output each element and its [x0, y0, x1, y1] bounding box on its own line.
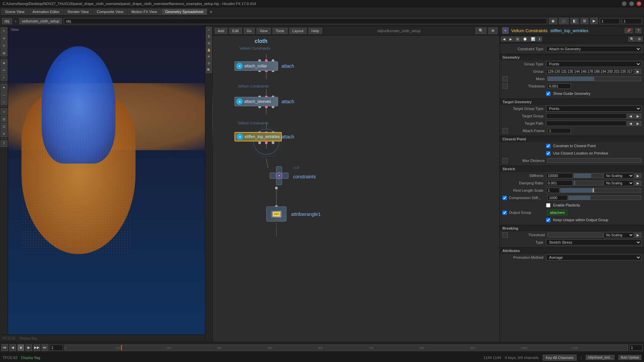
tl-next-frame-btn[interactable]: ▶▶ — [34, 344, 40, 351]
tl-rewind-btn[interactable]: ⏮ — [1, 344, 8, 351]
tab-animation-editor[interactable]: Animation Editor — [29, 9, 63, 15]
enable-plasticity-checkbox[interactable] — [546, 203, 550, 207]
node-graph-canvas[interactable]: cloth Vellum Constraints ⊕ attach_collar… — [213, 36, 499, 342]
thickness-checkbox[interactable] — [502, 83, 508, 89]
frame-input[interactable] — [600, 18, 620, 24]
thickness-input[interactable] — [547, 83, 571, 89]
snap-tool[interactable]: ◈ — [1, 59, 7, 66]
ng-zoom-btn[interactable]: ⊕ — [488, 27, 497, 34]
ng-layout-btn[interactable]: Layout — [289, 28, 307, 34]
tl-frame-input[interactable] — [50, 345, 63, 351]
ng-go-btn[interactable]: Go — [244, 28, 255, 34]
group-input[interactable] — [546, 69, 634, 74]
tab-geometry-spreadsheet[interactable]: Geometry Spreadsheet — [162, 9, 207, 15]
ng-search-btn[interactable]: 🔍 — [476, 27, 486, 34]
target-path-input[interactable] — [546, 121, 627, 126]
mass-checkbox[interactable] — [502, 76, 508, 81]
prop-pin-btn[interactable]: 📌 — [625, 28, 633, 33]
scale-tool[interactable]: ⊠ — [1, 50, 7, 56]
max-distance-slider[interactable] — [547, 158, 641, 163]
output-group-checkbox[interactable] — [502, 210, 507, 215]
key-all-channels-button[interactable]: Key All Channels — [543, 355, 577, 361]
paint-tool[interactable]: ✏ — [1, 67, 7, 73]
stiffness-expand-btn[interactable]: ▶ — [635, 173, 641, 178]
attach-collar-node[interactable]: ⊕ attach_collar — [234, 61, 278, 71]
light-tool[interactable]: ☀ — [1, 130, 7, 137]
compression-input[interactable] — [547, 195, 568, 200]
move-tool[interactable]: ✛ — [1, 35, 7, 42]
attach-sleeves-node[interactable]: ⊕ attach_sleeves — [234, 97, 278, 106]
tl-stop-btn[interactable]: ■ — [17, 344, 24, 351]
target-group-btn1[interactable]: ◀ — [627, 114, 634, 119]
frame-button[interactable]: ◉ — [549, 18, 557, 24]
compression-checkbox[interactable] — [502, 196, 507, 200]
view-orient-tool[interactable]: ⊹ — [1, 108, 7, 115]
minimize-button[interactable]: − — [622, 1, 627, 6]
target-group-btn2[interactable]: ▶ — [635, 114, 641, 119]
constraints-node[interactable]: ✦ — [270, 166, 288, 185]
mass-slider[interactable] — [547, 76, 641, 81]
vp-tool-lock[interactable]: 🔒 — [206, 47, 212, 53]
attach-frame-input[interactable] — [547, 128, 571, 133]
threshold-scaling-select[interactable]: No Scaling — [604, 232, 634, 238]
vp-tool-maximize[interactable]: ⤢ — [206, 27, 212, 33]
prop-tool-anim[interactable]: ⌚ — [521, 37, 529, 42]
threshold-slider[interactable] — [547, 233, 603, 237]
group-expand-btn[interactable]: ▶ — [635, 69, 641, 74]
enable-plasticity-label[interactable]: Enable Plasticity — [546, 203, 641, 207]
help-tool[interactable]: ? — [1, 140, 7, 147]
keep-unique-label[interactable]: Keep Unique within Output Group — [546, 218, 641, 222]
prop-tool-info[interactable]: ℹ — [537, 37, 542, 42]
use-closest-label[interactable]: Use Closest Location on Primitive — [546, 151, 641, 156]
prop-help-btn[interactable]: ? — [635, 28, 641, 33]
timeline-scrubber[interactable]: 0 120 240 360 480 600 720 840 960 1080 1… — [64, 345, 628, 351]
ng-view-btn[interactable]: View — [257, 28, 271, 34]
vp-tool-split[interactable]: ⊞ — [206, 40, 212, 46]
target-group-input[interactable] — [546, 113, 627, 119]
vp-tool-settings[interactable]: ⚙ — [206, 60, 212, 66]
tab-scene-view[interactable]: Scene View — [1, 9, 28, 15]
prop-tool-gear[interactable]: ⚙ — [636, 37, 643, 42]
tab-motion-fx-view[interactable]: Motion FX View — [128, 9, 161, 15]
target-path-btn1[interactable]: ◀ — [627, 121, 634, 126]
status-path-btn[interactable]: /obj/shawl_test... — [586, 355, 614, 360]
vp-tool-flip[interactable]: ⇅ — [206, 34, 212, 40]
vellumsim-button[interactable]: vellumsim_cloth_setup — [19, 18, 61, 24]
compression-slider[interactable] — [568, 195, 641, 200]
vp-tool-eye[interactable]: 👁 — [206, 54, 212, 60]
prop-tool-params[interactable]: ⊞ — [515, 37, 521, 42]
ng-help-btn[interactable]: Help — [309, 28, 322, 34]
close-button[interactable]: ✕ — [637, 1, 641, 6]
prop-tool-search[interactable]: 🔍 — [628, 37, 636, 42]
tab-render-view[interactable]: Render View — [64, 9, 93, 15]
perspective-button[interactable]: ⊞ — [581, 18, 588, 24]
damping-scaling-select[interactable]: No Scaling — [604, 180, 634, 186]
tab-composite-view[interactable]: Composite View — [93, 9, 127, 15]
constrain-closest-label[interactable]: Constrain to Closest Point — [546, 144, 641, 148]
ng-edit-btn[interactable]: Edit — [229, 28, 242, 34]
tl-end-btn[interactable]: ⏭ — [42, 344, 48, 351]
auto-update-btn[interactable]: Auto Update — [619, 355, 641, 360]
attribwrangle1-node[interactable]: VEX — [266, 206, 286, 222]
point-tool[interactable]: ● — [1, 84, 7, 90]
use-closest-checkbox[interactable] — [546, 151, 550, 156]
ng-tools-btn[interactable]: Tools — [273, 28, 287, 34]
damping-slider[interactable] — [574, 181, 603, 185]
cam-tool[interactable]: ⊡ — [1, 123, 7, 130]
damping-ratio-input[interactable] — [546, 180, 573, 186]
stiffness-scaling-select[interactable]: No Scaling — [604, 173, 634, 179]
maximize-button[interactable]: □ — [629, 1, 634, 6]
select-tool[interactable]: ↖ — [1, 27, 7, 34]
prim-tool[interactable]: □ — [1, 99, 7, 105]
obj-button[interactable]: obj — [2, 18, 12, 24]
threshold-checkbox[interactable] — [502, 232, 508, 238]
constraint-type-select[interactable]: Attach to Geometry — [546, 46, 641, 52]
tl-end-frame-input[interactable] — [629, 345, 643, 351]
type-select[interactable]: Stretch Stress — [546, 239, 641, 245]
display-button[interactable]: ◧ — [571, 18, 579, 24]
knife-tool[interactable]: ⌇ — [1, 74, 7, 81]
promotion-select[interactable]: Average — [546, 254, 641, 260]
stiffness-slider[interactable] — [574, 173, 603, 178]
tl-play-btn[interactable]: ▶ — [25, 344, 32, 351]
path-input[interactable] — [64, 18, 547, 24]
